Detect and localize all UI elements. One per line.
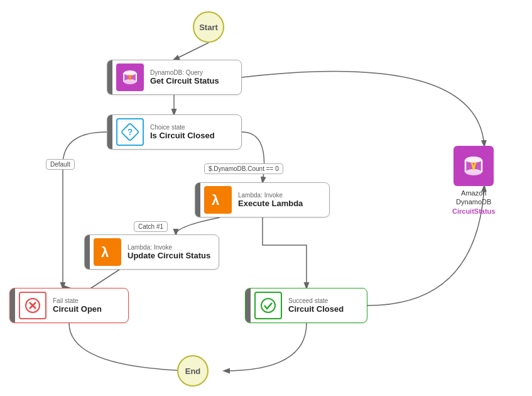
end-node: End [177,355,209,387]
choice-text: Choice state Is Circuit Closed [148,121,221,143]
execute-lambda-node[interactable]: λ Lambda: Invoke Execute Lambda [195,182,330,217]
svg-point-16 [261,299,275,312]
parallel-bar [85,235,90,269]
parallel-bar [107,115,112,149]
aws-dynamo-icon [453,146,494,186]
svg-text:λ: λ [101,245,109,260]
fail-icon [19,292,46,319]
succeed-state-text: Succeed state Circuit Closed [286,295,350,316]
svg-point-19 [465,169,482,175]
execute-lambda-text: Lambda: Invoke Execute Lambda [236,189,309,211]
svg-text:λ: λ [212,192,219,208]
default-label: Default [46,159,75,170]
dynamo-query-node[interactable]: DynamoDB: Query Get Circuit Status [107,60,242,95]
dynamo-query-text: DynamoDB: Query Get Circuit Status [148,67,225,88]
svg-line-0 [174,43,209,60]
condition-label: $.DynamoDB.Count == 0 [204,163,283,174]
dynamo-icon [116,63,144,91]
fail-state-text: Fail state Circuit Open [50,295,108,316]
succeed-icon [254,292,282,319]
catch-label: Catch #1 [134,221,168,232]
start-node: Start [193,11,224,43]
succeed-state-node[interactable]: Succeed state Circuit Closed [245,288,367,323]
parallel-bar [195,183,200,217]
parallel-bar [107,60,112,94]
svg-text:?: ? [128,127,133,137]
parallel-bar [246,289,251,322]
diagram-container: Start DynamoDB: Query Get Circuit Status [0,0,532,396]
choice-icon: ? [116,118,144,146]
aws-dynamodb-resource: Amazon DynamoDB CircuitStatus [452,146,495,216]
update-circuit-text: Lambda: Invoke Update Circuit Status [125,241,217,263]
parallel-bar [10,289,15,322]
fail-state-node[interactable]: Fail state Circuit Open [9,288,129,323]
lambda-icon: λ [204,186,232,214]
update-circuit-node[interactable]: λ Lambda: Invoke Update Circuit Status [84,234,219,270]
lambda-icon-2: λ [94,238,121,266]
choice-node[interactable]: ? Choice state Is Circuit Closed [107,114,242,150]
aws-dynamo-label: Amazon DynamoDB CircuitStatus [452,189,495,216]
